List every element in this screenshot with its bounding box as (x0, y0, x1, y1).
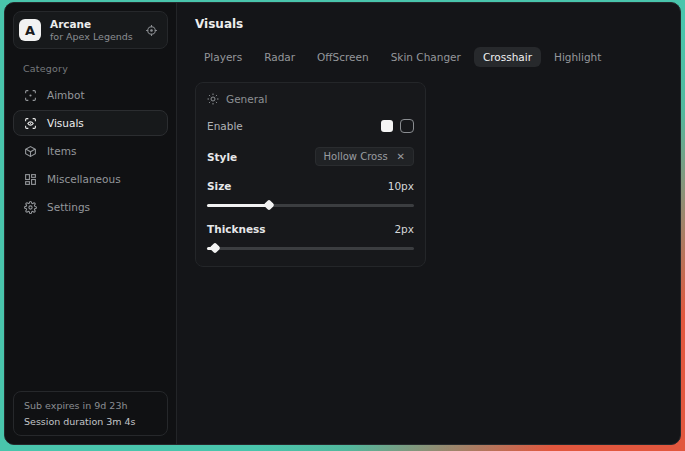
sidebar-item-label: Aimbot (47, 89, 85, 101)
app-logo: A (19, 19, 41, 41)
gear-icon (24, 201, 37, 214)
sidebar-item-items[interactable]: Items (13, 138, 168, 164)
enable-label: Enable (207, 120, 243, 132)
sun-gear-icon (207, 93, 219, 105)
grid-icon (24, 173, 37, 186)
eye-icon (24, 117, 37, 130)
general-panel: General Enable Style Hollow Cross ✕ Size… (195, 82, 426, 267)
thickness-row: Thickness 2px (207, 223, 414, 235)
app-name: Arcane (50, 18, 136, 30)
sidebar-item-label: Miscellaneous (47, 173, 121, 185)
sidebar-nav: Aimbot Visuals Items (13, 82, 168, 220)
size-slider-thumb[interactable] (263, 199, 274, 210)
thickness-slider-thumb[interactable] (210, 242, 221, 253)
style-select[interactable]: Hollow Cross ✕ (315, 147, 414, 166)
color-swatch[interactable] (381, 120, 393, 132)
thickness-label: Thickness (207, 223, 266, 235)
sidebar-item-label: Items (47, 145, 76, 157)
thickness-slider[interactable] (207, 244, 414, 252)
category-label: Category (23, 63, 168, 74)
tab-offscreen[interactable]: OffScreen (308, 47, 378, 67)
style-label: Style (207, 151, 237, 163)
tab-skin-changer[interactable]: Skin Changer (382, 47, 470, 67)
sidebar-item-label: Visuals (47, 117, 84, 129)
tab-bar: Players Radar OffScreen Skin Changer Cro… (195, 47, 662, 67)
box-icon (24, 145, 37, 158)
size-label: Size (207, 180, 231, 192)
session-duration-text: Session duration 3m 4s (24, 416, 157, 427)
sidebar: A Arcane for Apex Legends Category (5, 3, 177, 444)
tab-highlight[interactable]: Highlight (545, 47, 610, 67)
style-row: Style Hollow Cross ✕ (207, 147, 414, 166)
size-slider[interactable] (207, 201, 414, 209)
thickness-value: 2px (394, 223, 414, 235)
style-value: Hollow Cross (324, 151, 388, 162)
tab-players[interactable]: Players (195, 47, 251, 67)
app-window: A Arcane for Apex Legends Category (4, 2, 681, 445)
size-value: 10px (388, 180, 414, 192)
sidebar-item-label: Settings (47, 201, 90, 213)
enable-row: Enable (207, 119, 414, 133)
main-content: Visuals Players Radar OffScreen Skin Cha… (177, 3, 680, 444)
close-icon[interactable]: ✕ (397, 151, 405, 162)
crosshair-icon (24, 89, 37, 102)
sidebar-item-visuals[interactable]: Visuals (13, 110, 168, 136)
page-title: Visuals (195, 17, 662, 31)
panel-title: General (226, 93, 267, 105)
enable-checkbox[interactable] (400, 119, 414, 133)
tab-radar[interactable]: Radar (255, 47, 304, 67)
sidebar-item-miscellaneous[interactable]: Miscellaneous (13, 166, 168, 192)
tab-crosshair[interactable]: Crosshair (474, 47, 541, 67)
sidebar-item-aimbot[interactable]: Aimbot (13, 82, 168, 108)
subscription-status-card: Sub expires in 9d 23h Session duration 3… (13, 391, 168, 436)
target-icon[interactable] (145, 24, 158, 37)
size-row: Size 10px (207, 180, 414, 192)
brand-card: A Arcane for Apex Legends (13, 11, 168, 49)
app-subtitle: for Apex Legends (50, 32, 136, 43)
sidebar-item-settings[interactable]: Settings (13, 194, 168, 220)
sub-expires-text: Sub expires in 9d 23h (24, 400, 157, 411)
